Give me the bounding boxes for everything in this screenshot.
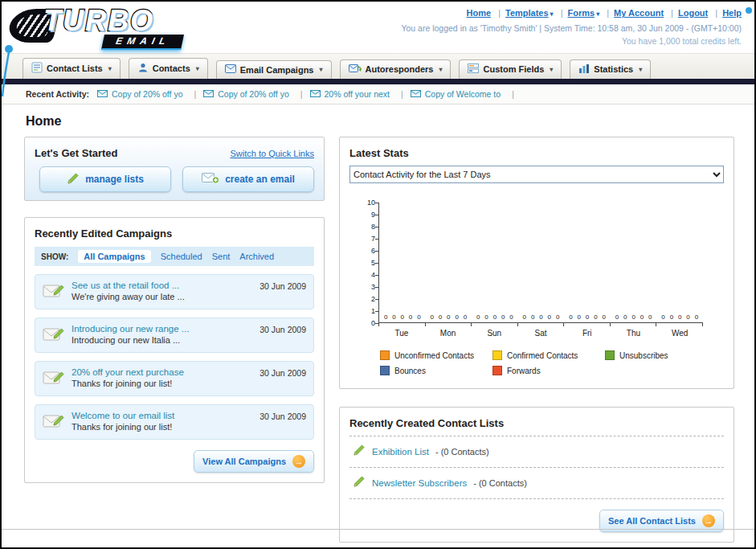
campaign-row[interactable]: Welcome to our email list Thanks for joi… bbox=[35, 404, 314, 440]
y-axis-tick bbox=[375, 323, 378, 324]
y-axis-tick bbox=[375, 203, 378, 203]
campaign-title-link[interactable]: Introducing our new range ... bbox=[72, 324, 253, 334]
filter-sent[interactable]: Sent bbox=[212, 252, 231, 261]
bar-value-label: 0 bbox=[686, 313, 689, 321]
x-axis-label: Tue bbox=[378, 326, 425, 338]
tab-custom-fields[interactable]: Custom Fields ▾ bbox=[459, 59, 562, 79]
chart-category-group: 00000 bbox=[426, 313, 472, 322]
tab-autoresponders[interactable]: Autoresponders ▾ bbox=[340, 59, 452, 79]
recent-activity-link[interactable]: Copy of Welcome to bbox=[425, 89, 501, 99]
y-axis-tick bbox=[375, 287, 378, 288]
tab-email-campaigns[interactable]: Email Campaigns ▾ bbox=[216, 60, 332, 79]
switch-quick-links-link[interactable]: Switch to Quick Links bbox=[230, 149, 314, 158]
chevron-down-icon: ▾ bbox=[319, 66, 322, 73]
header-meta: Home Templates▾ Forms▾ My Account Logout… bbox=[401, 6, 742, 48]
tab-statistics[interactable]: Statistics ▾ bbox=[570, 59, 651, 79]
y-axis-label: 10 bbox=[367, 199, 375, 207]
bar-value-label: 0 bbox=[648, 313, 652, 321]
contact-list-item[interactable]: Exhibition List - (0 Contacts) bbox=[349, 436, 724, 468]
top-link-logout[interactable]: Logout bbox=[678, 8, 708, 18]
legend-entry: Confirmed Contacts bbox=[492, 350, 605, 360]
campaign-subtitle: Thanks for joining our list! bbox=[72, 422, 253, 432]
campaign-date: 30 Jun 2009 bbox=[259, 281, 306, 291]
bar-value-label: 0 bbox=[678, 313, 681, 321]
campaign-subtitle: Thanks for joining our list! bbox=[72, 379, 253, 388]
main-nav-tabs: Contact Lists ▾ Contacts ▾ Email Campaig… bbox=[2, 53, 754, 79]
bar-value-label: 0 bbox=[631, 313, 635, 321]
top-link-forms[interactable]: Forms▾ bbox=[568, 8, 600, 18]
legend-entry: Bounces bbox=[380, 366, 492, 375]
recent-activity-item[interactable]: Copy of Welcome to bbox=[411, 89, 521, 99]
top-link-my-account[interactable]: My Account bbox=[614, 8, 664, 18]
contact-lists-title: Recently Created Contact Lists bbox=[349, 417, 724, 436]
bar-value-label: 0 bbox=[594, 313, 597, 321]
bar-value-label: 0 bbox=[695, 313, 698, 321]
x-axis-label: Mon bbox=[425, 326, 472, 338]
contact-list-link[interactable]: Exhibition List bbox=[372, 447, 429, 457]
stats-range-select[interactable]: Contact Activity for the Last 7 Days bbox=[349, 166, 724, 183]
recent-activity-link[interactable]: 20% off your next bbox=[325, 89, 390, 99]
x-axis-label: Thu bbox=[611, 326, 657, 338]
top-nav: Home Templates▾ Forms▾ My Account Logout… bbox=[401, 6, 742, 20]
bar-value-label: 0 bbox=[430, 313, 433, 321]
bar-value-label: 0 bbox=[661, 313, 664, 321]
chart-plot: 00000000000000000000000000000000000 bbox=[378, 203, 703, 323]
recent-activity-link[interactable]: Copy of 20% off yo bbox=[112, 89, 183, 99]
x-axis-label: Sat bbox=[517, 326, 564, 338]
campaign-subtitle: We're giving away our late ... bbox=[72, 292, 253, 301]
create-email-button[interactable]: create an email bbox=[182, 166, 314, 192]
tab-contact-lists[interactable]: Contact Lists ▾ bbox=[22, 58, 121, 79]
top-link-templates[interactable]: Templates▾ bbox=[505, 8, 554, 18]
top-link-help[interactable]: Help bbox=[722, 8, 742, 18]
bar-value-labels: 00000 bbox=[656, 313, 703, 322]
chevron-down-icon: ▾ bbox=[439, 66, 442, 73]
contact-list-item[interactable]: Newsletter Subscribers - (0 Contacts) bbox=[349, 468, 724, 499]
y-axis-tick bbox=[375, 239, 378, 240]
campaign-title-link[interactable]: 20% off your next purchase bbox=[72, 367, 253, 377]
campaign-title-link[interactable]: Welcome to our email list bbox=[72, 411, 253, 420]
bar-value-label: 0 bbox=[615, 313, 619, 321]
recent-activity-item[interactable]: Copy of 20% off yo bbox=[97, 89, 203, 99]
tab-contacts[interactable]: Contacts ▾ bbox=[129, 58, 208, 79]
campaign-row[interactable]: Introducing our new range ... Introducin… bbox=[35, 318, 314, 353]
recent-activity-item[interactable]: Copy of 20% off yo bbox=[203, 89, 309, 99]
app-logo: TURBO EMAIL bbox=[8, 4, 217, 51]
legend-swatch bbox=[380, 366, 390, 375]
view-all-campaigns-button[interactable]: View All Campaigns → bbox=[194, 450, 314, 473]
bar-value-label: 0 bbox=[640, 313, 644, 321]
top-link-home[interactable]: Home bbox=[467, 8, 492, 18]
bar-value-labels: 00000 bbox=[611, 313, 657, 322]
email-icon bbox=[310, 89, 321, 99]
bar-value-label: 0 bbox=[578, 313, 581, 321]
legend-swatch bbox=[380, 350, 390, 360]
campaign-edit-icon bbox=[43, 282, 65, 303]
bar-value-label: 0 bbox=[603, 313, 606, 321]
manage-lists-button[interactable]: manage lists bbox=[39, 166, 171, 192]
filter-archived[interactable]: Archived bbox=[239, 252, 274, 261]
stats-title: Latest Stats bbox=[349, 147, 724, 159]
bar-value-label: 0 bbox=[623, 313, 627, 321]
recent-activity-link[interactable]: Copy of 20% off yo bbox=[218, 89, 289, 99]
campaign-title-link[interactable]: See us at the retail food ... bbox=[72, 281, 253, 290]
nav-divider-bar bbox=[2, 79, 754, 84]
campaign-row[interactable]: 20% off your next purchase Thanks for jo… bbox=[35, 361, 314, 396]
bar-value-labels: 00000 bbox=[426, 313, 472, 322]
contact-list-link[interactable]: Newsletter Subscribers bbox=[372, 478, 467, 488]
contact-lists-panel: Recently Created Contact Lists Exhibitio… bbox=[339, 407, 734, 543]
chart-category-group: 00000 bbox=[379, 313, 426, 322]
y-axis-tick bbox=[375, 299, 378, 300]
filter-scheduled[interactable]: Scheduled bbox=[161, 252, 202, 261]
recent-activity-item[interactable]: 20% off your next bbox=[310, 89, 411, 99]
campaign-edit-icon bbox=[43, 369, 65, 390]
pencil-icon bbox=[353, 444, 366, 460]
bar-value-label: 0 bbox=[539, 313, 542, 321]
bar-value-label: 0 bbox=[569, 313, 572, 321]
filter-all-campaigns[interactable]: All Campaigns bbox=[78, 250, 150, 263]
custom-fields-icon bbox=[468, 64, 479, 75]
bar-value-label: 0 bbox=[439, 313, 442, 321]
bar-value-label: 0 bbox=[523, 313, 526, 321]
campaigns-title: Recently Edited Campaigns bbox=[35, 227, 314, 240]
legend-label: Unsubscribes bbox=[619, 351, 668, 360]
statistics-icon bbox=[578, 64, 590, 75]
campaign-row[interactable]: See us at the retail food ... We're givi… bbox=[35, 274, 314, 309]
